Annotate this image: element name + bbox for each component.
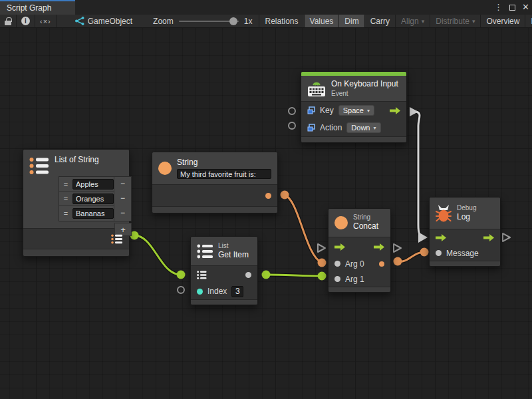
info-button[interactable]: i [17, 15, 35, 27]
trigger-output-arrow[interactable] [390, 107, 400, 114]
keyboard-icon [307, 80, 326, 97]
node-footer [152, 206, 277, 213]
menu-icon[interactable]: ⋮ [494, 0, 503, 15]
list-output-icon[interactable] [111, 234, 123, 244]
port-log-message-input[interactable] [420, 248, 429, 257]
node-title: On Keyboard Input [331, 79, 398, 90]
list-editor: = − = − = − [59, 176, 132, 221]
wire-end-arrow[interactable] [418, 232, 428, 243]
port-concat-trigger-input[interactable] [318, 244, 325, 252]
port-concat-arg0-input[interactable] [318, 259, 327, 267]
graph-canvas[interactable]: On Keyboard Input Event Key Space ▾ [0, 28, 532, 399]
result-output-port[interactable] [379, 261, 384, 267]
node-footer [430, 261, 500, 266]
action-port-label: Action [320, 123, 342, 132]
port-getitem-output[interactable] [262, 271, 271, 279]
node-get-item[interactable]: List Get Item Index [190, 236, 258, 305]
node-on-keyboard-input[interactable]: On Keyboard Input Event Key Space ▾ [301, 71, 407, 143]
tab-title: Script Graph [7, 3, 51, 13]
node-title: String [177, 158, 271, 168]
action-dropdown[interactable]: Down ▾ [346, 122, 380, 133]
node-footer [191, 299, 257, 305]
trigger-output-arrow[interactable] [483, 234, 494, 241]
index-input[interactable] [231, 286, 243, 297]
node-title: Concat [353, 221, 378, 232]
relations-button[interactable]: Relations [259, 15, 304, 27]
list-input-icon[interactable] [197, 271, 207, 279]
zoom-control: Zoom 1x [146, 15, 259, 27]
port-keyboard-action-input[interactable] [289, 122, 295, 129]
lock-button[interactable] [0, 15, 17, 27]
port-log-trigger-output[interactable] [503, 233, 510, 241]
wire-control-keyboard-to-log [416, 112, 425, 237]
graph-variable-icon [307, 124, 315, 132]
node-title: Get Item [218, 250, 249, 261]
gameobject-breadcrumb[interactable]: GameObject [57, 15, 137, 27]
node-footer [301, 136, 406, 142]
trigger-input-arrow[interactable] [436, 234, 446, 241]
code-view-button[interactable]: ‹×› [35, 15, 57, 27]
string-type-icon [158, 162, 172, 175]
remove-item-button[interactable]: − [114, 177, 131, 192]
wire-string-to-concat [285, 195, 322, 263]
string-value-input[interactable] [177, 169, 271, 179]
message-port-icon[interactable] [436, 250, 442, 256]
list-icon [29, 157, 49, 175]
trigger-input-arrow[interactable] [334, 243, 345, 251]
dim-button[interactable]: Dim [339, 15, 364, 27]
node-list-of-string[interactable]: List of String = − = − = [23, 149, 130, 257]
node-subtitle: Event [331, 90, 398, 98]
port-getitem-list-input[interactable] [177, 271, 186, 279]
values-button[interactable]: Values [305, 15, 340, 27]
node-footer [329, 287, 390, 292]
port-keyboard-key-input[interactable] [289, 108, 295, 114]
index-port-icon[interactable] [197, 289, 203, 295]
bug-icon [436, 204, 452, 223]
key-dropdown[interactable]: Space ▾ [338, 105, 374, 116]
port-concat-result-output[interactable] [394, 257, 402, 266]
carry-button[interactable]: Carry [365, 15, 396, 27]
string-type-icon [334, 216, 348, 229]
arg1-port-icon[interactable] [334, 276, 340, 282]
port-concat-arg1-input[interactable] [318, 272, 327, 281]
remove-item-button[interactable]: − [114, 206, 131, 221]
maximize-icon[interactable] [509, 1, 515, 13]
port-getitem-index-input[interactable] [178, 287, 184, 293]
wire-list-to-getitem [134, 235, 181, 275]
string-output-port[interactable] [265, 193, 271, 199]
trigger-output-arrow[interactable] [374, 243, 384, 251]
zoom-slider[interactable] [179, 21, 239, 22]
remove-item-button[interactable]: − [114, 192, 131, 206]
wire-control-shadow [416, 112, 425, 237]
wire-shadow [398, 252, 424, 261]
drag-handle-icon[interactable]: = [59, 195, 72, 203]
node-concat[interactable]: String Concat Arg 0 Arg 1 [328, 208, 391, 293]
chevron-down-icon: ▾ [422, 18, 425, 25]
distribute-button[interactable]: Distribute▾ [430, 15, 481, 27]
chevron-down-icon: ▾ [472, 18, 475, 25]
drag-handle-icon[interactable]: = [59, 209, 72, 217]
titlebar: Script Graph ⋮ ✕ [0, 0, 532, 15]
list-item-input[interactable] [72, 208, 114, 219]
node-debug-log[interactable]: Debug Log Message [429, 197, 501, 267]
arg0-port-icon[interactable] [334, 261, 340, 267]
item-output-port[interactable] [245, 272, 251, 278]
zoom-handle[interactable] [229, 17, 237, 25]
list-item-input[interactable] [72, 194, 114, 204]
wire-start-arrow[interactable] [410, 107, 418, 116]
wire-concat-to-log [398, 252, 424, 261]
close-icon[interactable]: ✕ [522, 0, 529, 15]
graph-variable-icon [307, 106, 315, 114]
node-string-literal[interactable]: String [152, 152, 278, 213]
fullscreen-button[interactable]: Full Screen [525, 15, 532, 27]
list-item-input[interactable] [72, 179, 114, 190]
zoom-value: 1x [244, 17, 253, 26]
overview-button[interactable]: Overview [481, 15, 525, 27]
port-concat-trigger-output[interactable] [394, 244, 401, 252]
wire-getitem-to-concat [266, 275, 322, 276]
align-button[interactable]: Align▾ [396, 15, 430, 27]
port-string-output[interactable] [281, 191, 289, 200]
drag-handle-icon[interactable]: = [59, 180, 72, 188]
tab-script-graph[interactable]: Script Graph [0, 0, 75, 15]
key-port-label: Key [320, 106, 334, 115]
